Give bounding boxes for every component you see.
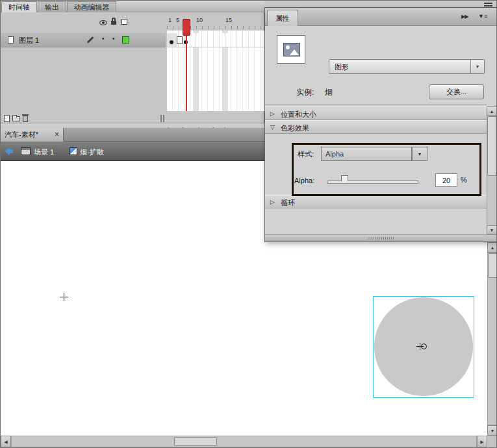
lock-icon-body[interactable]: [111, 21, 116, 25]
timeline-panel: 1 5 10 15 图层 1 • •: [1, 12, 264, 128]
selection-bounding-box[interactable]: [373, 296, 474, 398]
style-label: 样式:: [298, 149, 314, 159]
style-dropdown-arrow-icon[interactable]: ▼: [412, 147, 427, 161]
outline-icon[interactable]: [121, 19, 127, 25]
style-dropdown[interactable]: Alpha: [321, 147, 412, 161]
layer-lock-dot-icon[interactable]: •: [112, 35, 115, 42]
divider: [160, 115, 162, 122]
layer-name[interactable]: 图层 1: [19, 36, 39, 45]
dropdown-arrow-icon[interactable]: ▼: [470, 60, 484, 73]
playhead-line: [186, 36, 187, 111]
vertical-scroll-thumb[interactable]: [488, 253, 497, 278]
registration-cross-icon: [420, 343, 420, 350]
horizontal-scroll-thumb[interactable]: [174, 437, 217, 446]
new-layer-icon[interactable]: [4, 115, 10, 122]
new-folder-icon[interactable]: [12, 116, 20, 121]
document-tab[interactable]: 汽车-素材* ×: [1, 128, 64, 142]
ruler-number: 5: [176, 17, 179, 23]
scroll-down-icon[interactable]: ▼: [487, 425, 497, 436]
ruler-number: 15: [225, 17, 232, 23]
document-title: 汽车-素材*: [5, 130, 38, 140]
expanded-arrow-icon[interactable]: ▽: [270, 124, 275, 131]
section-label: 循环: [281, 198, 295, 208]
section-label: 色彩效果: [281, 123, 309, 133]
vertical-scroll-track[interactable]: [487, 253, 497, 425]
back-arrow-bar[interactable]: [10, 149, 13, 153]
properties-tab-bar: 属性 ▶▶ ▼≡: [265, 8, 497, 26]
panel-scroll-down-icon[interactable]: ▼: [487, 225, 497, 234]
alpha-unit: %: [461, 176, 467, 184]
close-document-icon[interactable]: ×: [55, 130, 59, 139]
layer-type-icon: [8, 36, 14, 44]
scroll-left-icon[interactable]: ◀: [1, 436, 11, 447]
timeline-tab-bar: 时间轴 输出 动画编辑器: [1, 1, 264, 12]
horizontal-scroll-track[interactable]: [11, 436, 477, 447]
alpha-value-input[interactable]: [435, 173, 457, 187]
panel-menu-icon[interactable]: ▼≡: [478, 13, 487, 19]
tab-properties[interactable]: 属性: [267, 10, 298, 26]
swap-button[interactable]: 交换...: [429, 84, 484, 99]
section-position-size[interactable]: ▷ 位置和大小: [265, 106, 487, 120]
symbol-type-dropdown[interactable]: 图形 ▼: [329, 59, 485, 74]
layer-outline-color-swatch[interactable]: [122, 36, 129, 44]
flash-app-window: 时间轴 输出 动画编辑器 1 5 10 15 图层 1 • •: [0, 0, 497, 448]
breadcrumb-symbol[interactable]: 烟-扩散: [80, 147, 104, 157]
panel-scroll-thumb[interactable]: [487, 116, 496, 176]
window-minimize-icon[interactable]: [484, 3, 492, 4]
ruler-number: 10: [196, 17, 203, 23]
tab-output[interactable]: 输出: [38, 1, 66, 12]
collapsed-arrow-icon[interactable]: ▷: [270, 110, 275, 117]
section-color-effect[interactable]: ▽ 色彩效果: [265, 120, 487, 134]
divider: [163, 115, 164, 122]
frame-end-marker[interactable]: [177, 36, 183, 44]
layer-frame-row[interactable]: [167, 33, 264, 47]
symbol-icon: [70, 147, 77, 155]
style-value: Alpha: [325, 150, 344, 158]
panel-overflow-icon[interactable]: ▶▶: [461, 14, 468, 19]
scene-icon: [21, 147, 31, 155]
panel-grip-dots[interactable]: [368, 237, 394, 240]
symbol-thumbnail: [277, 35, 305, 64]
panel-dock-menu-icon[interactable]: [484, 5, 492, 6]
transformation-point-icon[interactable]: [421, 343, 427, 349]
thumb-triangle-shape: [290, 49, 299, 55]
symbol-type-value: 图形: [335, 62, 349, 72]
keyframe-dot[interactable]: [170, 40, 173, 44]
pencil-edit-icon: [87, 36, 94, 44]
panel-scroll-up-icon[interactable]: ▲: [487, 106, 497, 116]
section-loop[interactable]: ▷ 循环: [265, 195, 487, 208]
instance-name: 烟: [325, 87, 333, 98]
layer-visible-dot-icon[interactable]: •: [102, 35, 105, 42]
back-arrow-icon[interactable]: [5, 147, 10, 155]
scrollbar-corner: [487, 436, 497, 448]
tab-timeline[interactable]: 时间轴: [1, 1, 37, 12]
properties-panel: 属性 ▶▶ ▼≡ 图形 ▼ 实例: 烟 交换... ▷ 位置和大小 ▽ 色彩效果: [264, 7, 497, 242]
stage-crosshair: [64, 293, 64, 301]
scroll-right-icon[interactable]: ▶: [477, 436, 487, 447]
breadcrumb-scene[interactable]: 场景 1: [34, 147, 54, 157]
ruler-number: 1: [168, 17, 172, 23]
scroll-up-icon[interactable]: ▲: [487, 242, 497, 253]
playhead-handle[interactable]: [183, 19, 190, 36]
show-hide-eye-icon[interactable]: [99, 20, 107, 25]
tab-motion-editor[interactable]: 动画编辑器: [67, 1, 116, 12]
collapsed-arrow-icon[interactable]: ▷: [270, 199, 275, 205]
delete-layer-icon[interactable]: [23, 116, 28, 122]
section-label: 位置和大小: [281, 110, 316, 119]
instance-label: 实例:: [296, 87, 314, 98]
alpha-slider-track[interactable]: [327, 180, 418, 184]
ruler-ticks[interactable]: [167, 26, 264, 29]
divider: [265, 105, 487, 105]
layer-row[interactable]: 图层 1 • •: [1, 33, 166, 47]
alpha-label: Alpha:: [294, 177, 314, 184]
graphic-symbol-icon: [283, 43, 300, 56]
